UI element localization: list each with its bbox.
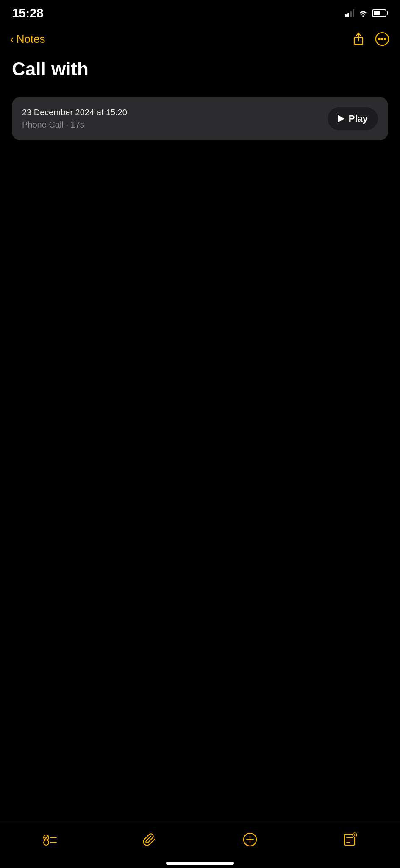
share-icon <box>351 31 366 47</box>
checklist-icon <box>42 832 58 848</box>
share-button[interactable] <box>351 31 366 47</box>
status-time: 15:28 <box>12 6 43 20</box>
recording-date: 23 December 2024 at 15:20 <box>22 108 127 117</box>
recording-info: 23 December 2024 at 15:20 Phone Call · 1… <box>22 108 127 130</box>
back-chevron-icon: ‹ <box>10 33 14 45</box>
note-title-section: Call with <box>0 54 400 89</box>
nav-bar: ‹ Notes <box>0 24 400 54</box>
svg-point-5 <box>381 38 383 40</box>
svg-point-4 <box>378 38 380 40</box>
more-icon <box>375 31 390 47</box>
attach-icon <box>142 832 158 848</box>
checklist-button[interactable] <box>39 828 61 851</box>
status-bar: 15:28 <box>0 0 400 24</box>
note-title[interactable]: Call with <box>12 58 388 80</box>
play-label: Play <box>349 113 368 124</box>
more-button[interactable] <box>375 31 390 47</box>
recording-meta: Phone Call · 17s <box>22 120 127 130</box>
play-icon <box>338 115 344 122</box>
status-icons <box>345 9 388 17</box>
back-button[interactable]: ‹ Notes <box>10 33 45 46</box>
back-label: Notes <box>17 33 45 46</box>
play-button[interactable]: Play <box>328 107 378 130</box>
signal-icon <box>345 9 354 17</box>
recording-card: 23 December 2024 at 15:20 Phone Call · 1… <box>12 97 388 140</box>
edit-button[interactable] <box>339 828 361 851</box>
content-area[interactable] <box>0 149 400 530</box>
compose-button[interactable] <box>239 828 261 851</box>
svg-point-0 <box>362 15 364 17</box>
nav-actions <box>351 31 390 47</box>
attach-button[interactable] <box>139 828 161 851</box>
home-indicator <box>166 862 234 865</box>
battery-icon <box>372 9 388 17</box>
wifi-icon <box>358 10 368 17</box>
bottom-toolbar <box>0 821 400 868</box>
svg-point-8 <box>44 840 49 845</box>
svg-point-6 <box>384 38 386 40</box>
compose-icon <box>242 832 258 848</box>
edit-icon <box>342 832 358 848</box>
